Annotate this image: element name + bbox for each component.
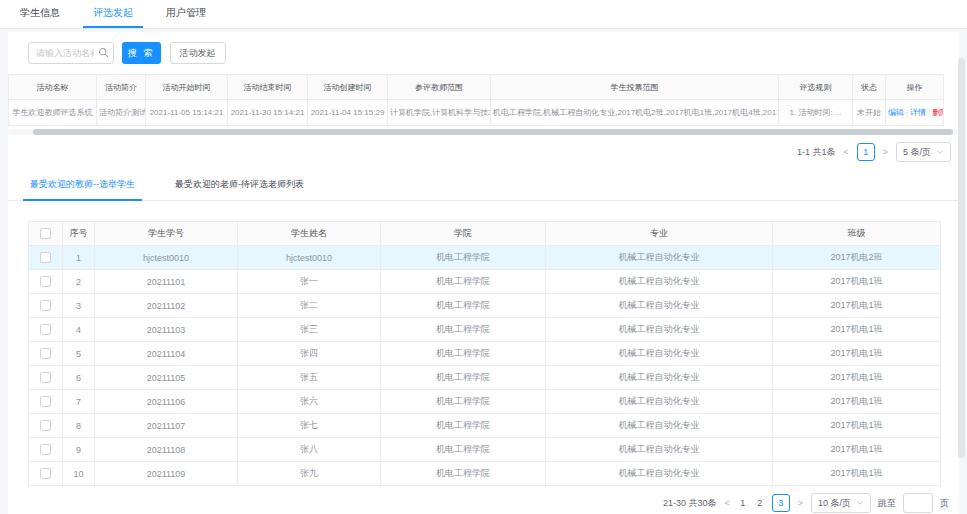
col-seq: 序号 [63,222,95,246]
cell-seq: 7 [63,390,95,414]
cell-college: 机电工程学院 [381,438,546,462]
page-number-3[interactable]: 3 [772,494,790,512]
tab-election-launch[interactable]: 评选发起 [83,0,143,28]
row-checkbox[interactable] [40,348,51,359]
col-teacher-scope: 参评教师范围 [388,75,491,100]
tab-elect-students[interactable]: 最受欢迎的教师--选举学生 [23,170,142,201]
activity-row[interactable]: 学生欢迎教师评选系统 活动简介测试 2021-11-05 15:14:21 20… [9,100,944,126]
cell-college: 机电工程学院 [381,270,546,294]
student-table-row[interactable]: 3 20211102 张二 机电工程学院 机械工程自动化专业 2017机电1班 [29,294,941,318]
cell-major: 机械工程自动化专业 [546,294,773,318]
col-end-time: 活动结束时间 [228,75,308,100]
cell-class: 2017机电1班 [773,318,941,342]
top-tab-bar: 学生信息 评选发起 用户管理 [0,0,967,29]
cell-student-id: hjctest0010 [95,246,238,270]
activity-table: 活动名称 活动简介 活动开始时间 活动结束时间 活动创建时间 参评教师范围 学生… [8,74,944,126]
page-size-select[interactable]: 10 条/页 [811,493,871,513]
cell-student-id: 20211104 [95,342,238,366]
cell-activity-name: 学生欢迎教师评选系统 [9,100,97,126]
cell-class: 2017机电1班 [773,294,941,318]
tab-user-management[interactable]: 用户管理 [156,0,216,28]
student-table-row[interactable]: 10 20211109 张九 机电工程学院 机械工程自动化专业 2017机电1班 [29,462,941,486]
row-checkbox[interactable] [40,420,51,431]
student-table-row[interactable]: 4 20211103 张三 机电工程学院 机械工程自动化专业 2017机电1班 [29,318,941,342]
student-table-row[interactable]: 1 hjctest0010 hjctest0010 机电工程学院 机械工程自动化… [29,246,941,270]
col-create-time: 活动创建时间 [308,75,388,100]
chevron-down-icon [856,499,864,507]
cell-checkbox [29,342,63,366]
cell-end-time: 2021-11-30 15:14:21 [228,100,308,126]
row-checkbox[interactable] [40,252,51,263]
activity-table-header-row: 活动名称 活动简介 活动开始时间 活动结束时间 活动创建时间 参评教师范围 学生… [9,75,944,100]
page-jump-input[interactable] [903,493,933,513]
delete-link[interactable]: 删除 [932,108,943,117]
cell-class: 2017机电1班 [773,270,941,294]
cell-seq: 4 [63,318,95,342]
next-page-icon[interactable]: > [797,498,804,508]
row-checkbox[interactable] [40,300,51,311]
cell-student-name: 张三 [238,318,381,342]
cell-class: 2017机电1班 [773,462,941,486]
select-all-checkbox[interactable] [40,228,51,239]
cell-student-name: 张四 [238,342,381,366]
cell-start-time: 2021-11-05 15:14:21 [146,100,228,126]
row-checkbox[interactable] [40,396,51,407]
cell-checkbox [29,246,63,270]
launch-activity-button[interactable]: 活动发起 [170,42,226,64]
page-number-1[interactable]: 1 [857,143,875,161]
page-size-select[interactable]: 5 条/页 [896,142,951,162]
col-actions: 操作 [886,75,944,100]
student-table-row[interactable]: 7 20211106 张六 机电工程学院 机械工程自动化专业 2017机电1班 [29,390,941,414]
cell-major: 机械工程自动化专业 [546,438,773,462]
cell-class: 2017机电2班 [773,246,941,270]
student-table-row[interactable]: 8 20211107 张七 机电工程学院 机械工程自动化专业 2017机电1班 [29,414,941,438]
cell-status: 未开始 [853,100,886,126]
cell-student-name: 张六 [238,390,381,414]
page-number-2[interactable]: 2 [755,498,765,508]
student-table-row[interactable]: 5 20211104 张四 机电工程学院 机械工程自动化专业 2017机电1班 [29,342,941,366]
cell-student-name: 张九 [238,462,381,486]
next-page-icon[interactable]: > [882,147,889,157]
cell-major: 机械工程自动化专业 [546,342,773,366]
tab-candidate-teachers[interactable]: 最受欢迎的老师-待评选老师列表 [168,170,311,201]
search-button[interactable]: 搜 索 [122,42,161,64]
cell-class: 2017机电1班 [773,390,941,414]
cell-major: 机械工程自动化专业 [546,246,773,270]
vertical-scrollbar-thumb[interactable] [958,58,965,458]
detail-link[interactable]: 详情 [910,108,926,117]
col-activity-name: 活动名称 [9,75,97,100]
cell-student-name: 张七 [238,414,381,438]
cell-actions: 编辑|详情|删除 [886,100,944,126]
activity-pagination: 1-1 共1条 < 1 > 5 条/页 [8,142,951,162]
cell-student-id: 20211106 [95,390,238,414]
cell-class: 2017机电1班 [773,438,941,462]
cell-college: 机电工程学院 [381,342,546,366]
cell-seq: 8 [63,414,95,438]
student-table-row[interactable]: 6 20211105 张五 机电工程学院 机械工程自动化专业 2017机电1班 [29,366,941,390]
row-checkbox[interactable] [40,276,51,287]
cell-student-id: 20211108 [95,438,238,462]
page-number-1[interactable]: 1 [738,498,748,508]
cell-student-name: 张五 [238,366,381,390]
prev-page-icon[interactable]: < [723,498,730,508]
cell-student-id: 20211105 [95,366,238,390]
col-activity-intro: 活动简介 [97,75,146,100]
cell-checkbox [29,366,63,390]
cell-student-id: 20211101 [95,270,238,294]
cell-checkbox [29,390,63,414]
jump-to-label: 跳至 [878,497,896,510]
prev-page-icon[interactable]: < [842,147,849,157]
tab-student-info[interactable]: 学生信息 [10,0,70,28]
row-checkbox[interactable] [40,444,51,455]
row-checkbox[interactable] [40,324,51,335]
row-checkbox[interactable] [40,468,51,479]
student-table-row[interactable]: 9 20211108 张八 机电工程学院 机械工程自动化专业 2017机电1班 [29,438,941,462]
cell-rule: 1. 活动时间: ... [779,100,853,126]
row-checkbox[interactable] [40,372,51,383]
cell-student-name: 张八 [238,438,381,462]
col-student-scope: 学生投票范围 [491,75,779,100]
action-separator: | [928,108,930,117]
edit-link[interactable]: 编辑 [888,108,904,117]
horizontal-scrollbar-thumb[interactable] [33,129,953,135]
student-table-row[interactable]: 2 20211101 张一 机电工程学院 机械工程自动化专业 2017机电1班 [29,270,941,294]
